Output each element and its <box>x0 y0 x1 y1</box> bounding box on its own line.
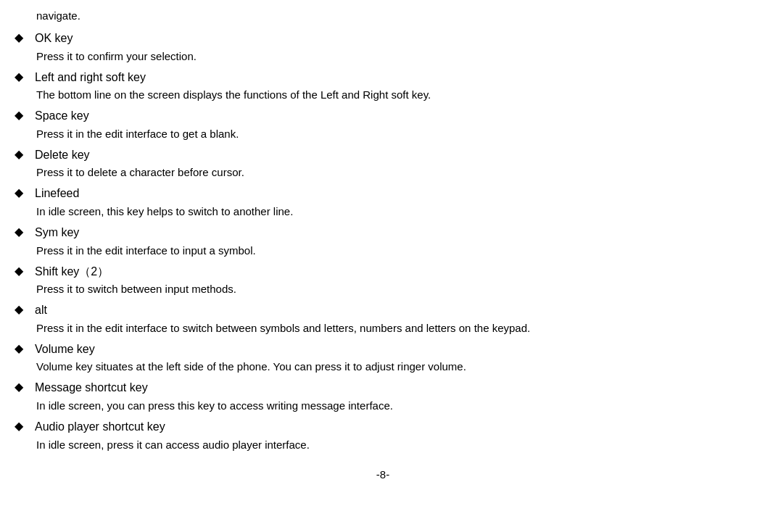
diamond-icon: ◆ <box>15 302 29 316</box>
item-desc-linefeed: In idle screen, this key helps to switch… <box>15 203 751 220</box>
item-desc-left-right-soft-key: The bottom line on the screen displays t… <box>15 86 751 104</box>
item-header: ◆Linefeed <box>15 184 751 203</box>
item-title-ok-key: OK key <box>35 29 73 48</box>
item-header: ◆alt <box>15 301 751 320</box>
list-item: ◆LinefeedIn idle screen, this key helps … <box>15 184 751 220</box>
list-item: ◆Volume keyVolume key situates at the le… <box>15 340 751 376</box>
item-title-shift-key: Shift key（2） <box>35 262 109 281</box>
item-header: ◆Volume key <box>15 340 751 359</box>
item-header: ◆Left and right soft key <box>15 68 751 87</box>
diamond-icon: ◆ <box>15 380 29 394</box>
list-item: ◆Delete keyPress it to delete a characte… <box>15 146 751 182</box>
item-desc-sym-key: Press it in the edit interface to input … <box>15 242 751 259</box>
diamond-icon: ◆ <box>15 419 29 433</box>
item-title-volume-key: Volume key <box>35 340 95 359</box>
item-desc-message-shortcut-key: In idle screen, you can press this key t… <box>15 397 751 415</box>
item-title-sym-key: Sym key <box>35 223 79 242</box>
item-desc-space-key: Press it in the edit interface to get a … <box>15 125 751 143</box>
item-header: ◆Message shortcut key <box>15 378 751 397</box>
list-item: ◆Sym keyPress it in the edit interface t… <box>15 223 751 259</box>
diamond-icon: ◆ <box>15 264 29 278</box>
item-header: ◆Sym key <box>15 223 751 242</box>
item-title-left-right-soft-key: Left and right soft key <box>35 68 146 87</box>
item-desc-alt: Press it in the edit interface to switch… <box>15 320 751 337</box>
item-header: ◆Shift key（2） <box>15 262 751 281</box>
diamond-icon: ◆ <box>15 147 29 161</box>
item-header: ◆Audio player shortcut key <box>15 417 751 436</box>
item-title-message-shortcut-key: Message shortcut key <box>35 378 148 397</box>
item-title-space-key: Space key <box>35 107 89 125</box>
item-header: ◆Delete key <box>15 146 751 165</box>
list-item: ◆Space keyPress it in the edit interface… <box>15 107 751 143</box>
items-container: ◆OK keyPress it to confirm your selectio… <box>15 29 751 454</box>
item-title-delete-key: Delete key <box>35 146 90 165</box>
item-title-alt: alt <box>35 301 47 320</box>
list-item: ◆altPress it in the edit interface to sw… <box>15 301 751 337</box>
item-desc-ok-key: Press it to confirm your selection. <box>15 48 751 65</box>
diamond-icon: ◆ <box>15 186 29 199</box>
page-number: -8- <box>15 468 751 481</box>
list-item: ◆Message shortcut keyIn idle screen, you… <box>15 378 751 415</box>
list-item: ◆Shift key（2）Press it to switch between … <box>15 262 751 299</box>
diamond-icon: ◆ <box>15 225 29 238</box>
item-desc-volume-key: Volume key situates at the left side of … <box>15 358 751 375</box>
list-item: ◆OK keyPress it to confirm your selectio… <box>15 29 751 65</box>
list-item: ◆Audio player shortcut keyIn idle screen… <box>15 417 751 454</box>
content-area: navigate. ◆OK keyPress it to confirm you… <box>15 7 751 481</box>
diamond-icon: ◆ <box>15 108 29 122</box>
item-desc-audio-player-shortcut-key: In idle screen, press it can access audi… <box>15 436 751 454</box>
item-title-audio-player-shortcut-key: Audio player shortcut key <box>35 417 165 436</box>
item-header: ◆Space key <box>15 107 751 125</box>
item-header: ◆OK key <box>15 29 751 48</box>
intro-text: navigate. <box>15 7 751 25</box>
list-item: ◆Left and right soft keyThe bottom line … <box>15 68 751 104</box>
item-desc-delete-key: Press it to delete a character before cu… <box>15 164 751 181</box>
diamond-icon: ◆ <box>15 341 29 355</box>
diamond-icon: ◆ <box>15 70 29 83</box>
item-desc-shift-key: Press it to switch between input methods… <box>15 280 751 298</box>
item-title-linefeed: Linefeed <box>35 184 79 203</box>
diamond-icon: ◆ <box>15 30 29 44</box>
